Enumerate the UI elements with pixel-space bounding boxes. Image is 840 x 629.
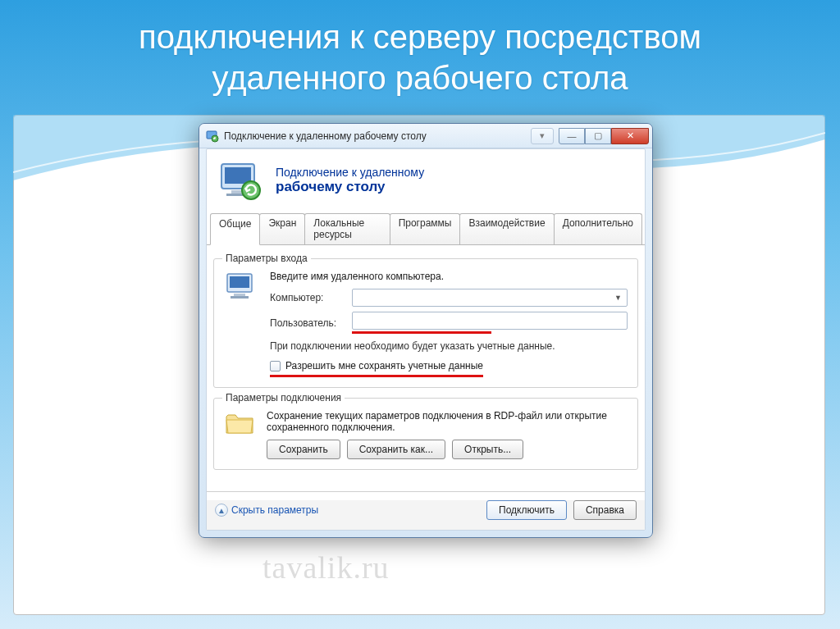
save-as-button[interactable]: Сохранить как... — [347, 440, 445, 459]
tab-programs[interactable]: Программы — [390, 213, 461, 244]
user-label: Пользователь: — [270, 317, 352, 329]
header-line2: рабочему столу — [276, 179, 424, 195]
annotation-underline-user — [352, 331, 491, 334]
connect-button[interactable]: Подключить — [486, 500, 567, 520]
login-instruction: Введите имя удаленного компьютера. — [270, 271, 628, 282]
chevron-down-icon: ▼ — [614, 294, 622, 302]
maximize-button[interactable]: ▢ — [585, 128, 611, 144]
allow-save-label: Разрешить мне сохранять учетные данные — [285, 360, 483, 371]
user-input[interactable] — [352, 312, 628, 330]
rdp-title-icon — [206, 130, 219, 143]
rdp-window: Подключение к удаленному рабочему столу … — [199, 123, 653, 538]
computer-combo[interactable]: ▼ — [352, 289, 628, 307]
tab-local-resources[interactable]: Локальные ресурсы — [304, 213, 390, 244]
titlebar[interactable]: Подключение к удаленному рабочему столу … — [199, 124, 652, 148]
connection-groupbox: Параметры подключения Сохранение текущих… — [213, 398, 638, 470]
connection-group-legend: Параметры подключения — [222, 392, 345, 403]
titlebar-dropdown[interactable]: ▾ — [531, 128, 554, 144]
slide-title: подключения к серверу посредством удален… — [0, 0, 840, 107]
save-button[interactable]: Сохранить — [267, 440, 340, 459]
rdp-logo-icon — [218, 161, 264, 200]
svg-rect-8 — [230, 276, 249, 288]
svg-rect-3 — [225, 167, 251, 184]
footer-row: ▲ Скрыть параметры Подключить Справка — [207, 500, 645, 530]
close-button[interactable]: ✕ — [611, 128, 649, 144]
hide-params-link[interactable]: ▲ Скрыть параметры — [215, 504, 318, 517]
computer-label: Компьютер: — [270, 292, 352, 303]
computer-icon — [224, 271, 258, 305]
collapse-arrow-icon: ▲ — [215, 504, 228, 517]
hide-params-label: Скрыть параметры — [231, 504, 318, 516]
login-groupbox: Параметры входа Введите имя удаленного к… — [213, 258, 638, 388]
credentials-note: При подключении необходимо будет указать… — [270, 340, 628, 352]
folder-icon — [224, 410, 255, 436]
connection-text: Сохранение текущих параметров подключени… — [267, 410, 628, 433]
tab-advanced[interactable]: Дополнительно — [554, 213, 642, 244]
allow-save-checkbox[interactable] — [270, 361, 281, 371]
svg-rect-10 — [231, 296, 249, 299]
tab-display[interactable]: Экран — [259, 213, 305, 244]
window-title: Подключение к удаленному рабочему столу — [224, 130, 531, 142]
tab-general[interactable]: Общие — [210, 213, 260, 245]
annotation-underline-checkbox — [270, 375, 483, 377]
header-line1: Подключение к удаленному — [276, 166, 424, 179]
open-button[interactable]: Открыть... — [452, 440, 523, 459]
login-group-legend: Параметры входа — [222, 253, 311, 264]
help-button[interactable]: Справка — [573, 500, 637, 520]
tab-strip: Общие Экран Локальные ресурсы Программы … — [207, 213, 645, 245]
svg-rect-9 — [234, 294, 245, 296]
minimize-button[interactable]: — — [559, 128, 585, 144]
tab-experience[interactable]: Взаимодействие — [459, 213, 554, 244]
footer-separator — [207, 491, 645, 492]
header-area: Подключение к удаленному рабочему столу — [207, 149, 645, 213]
